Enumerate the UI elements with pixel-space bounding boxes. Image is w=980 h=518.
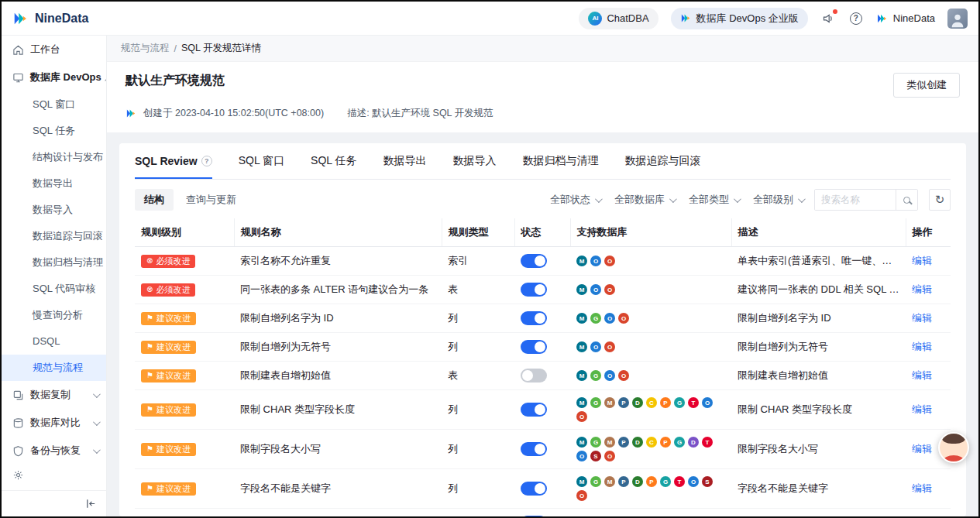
brand[interactable]: NineData <box>12 10 88 27</box>
dbs-cell: MOO <box>570 276 731 304</box>
filter-dropdown-全部状态[interactable]: 全部状态 <box>550 193 600 207</box>
sidebar-item-结构设计与发布[interactable]: 结构设计与发布 <box>2 144 106 170</box>
sidebar-item-partial[interactable] <box>2 465 106 481</box>
action-cell: 编辑 <box>906 304 951 333</box>
sidebar-item-SQL 窗口[interactable]: SQL 窗口 <box>2 91 106 118</box>
support-avatar-hair <box>942 432 965 444</box>
page-meta: 创建于 2023-04-10 15:02:50(UTC +08:00) 描述: … <box>126 107 960 120</box>
sidebar-item-规范与流程[interactable]: 规范与流程 <box>2 355 106 381</box>
sidebar-item-SQL 代码审核[interactable]: SQL 代码审核 <box>2 276 106 302</box>
sidebar-group-backup[interactable]: 备份与恢复 <box>2 437 106 465</box>
sidebar: 工作台 数据库 DevOps SQL 窗口SQL 任务结构设计与发布数据导出数据… <box>2 36 107 516</box>
type-cell: 表 <box>442 276 514 304</box>
type-cell: 索引 <box>442 247 514 276</box>
sidebar-group-compare[interactable]: 数据库对比 <box>2 409 106 437</box>
status-toggle[interactable] <box>521 442 547 456</box>
db-icon-mysql: M <box>576 437 587 448</box>
tab-数据追踪与回滚[interactable]: 数据追踪与回滚 <box>624 143 700 179</box>
tab-数据导入[interactable]: 数据导入 <box>452 143 496 179</box>
db-icon-greenplum: G <box>590 476 601 487</box>
type-cell: 列 <box>442 390 514 430</box>
filter-label: 全部状态 <box>550 193 590 207</box>
user-avatar[interactable] <box>947 9 968 29</box>
search-button[interactable] <box>896 190 917 210</box>
breadcrumb: 规范与流程 / SQL 开发规范详情 <box>107 36 978 62</box>
sidebar-group-replication[interactable]: 数据复制 <box>2 381 106 409</box>
desc-cell: 字段名不能是关键字 <box>731 469 906 509</box>
sidebar-item-数据追踪与回滚[interactable]: 数据追踪与回滚 <box>2 223 106 249</box>
support-avatar[interactable] <box>938 432 969 463</box>
tab-SQL 窗口[interactable]: SQL 窗口 <box>239 143 284 179</box>
suggest-icon: ⚑ <box>146 314 153 322</box>
db-icon-db2: D <box>632 437 643 448</box>
sidebar-item-慢查询分析[interactable]: 慢查询分析 <box>2 302 106 328</box>
status-toggle[interactable] <box>521 311 547 325</box>
suggest-icon: ⚑ <box>146 406 153 413</box>
status-cell <box>514 469 570 509</box>
sidebar-group-devops[interactable]: 数据库 DevOps <box>2 63 106 91</box>
breadcrumb-section[interactable]: 规范与流程 <box>121 42 170 55</box>
sidebar-item-DSQL[interactable]: DSQL <box>2 328 106 355</box>
tab-SQL Review[interactable]: SQL Review? <box>135 143 212 179</box>
edit-link[interactable]: 编辑 <box>912 255 932 266</box>
tab-数据归档与清理[interactable]: 数据归档与清理 <box>522 143 598 179</box>
tab-SQL 任务[interactable]: SQL 任务 <box>311 143 356 179</box>
edition-button[interactable]: 数据库 DevOps 企业版 <box>671 8 808 29</box>
db-icon-oceanbase: O <box>590 341 601 352</box>
sidebar-item-数据导出[interactable]: 数据导出 <box>2 170 106 197</box>
level-label: 建议改进 <box>156 485 191 493</box>
sidebar-item-SQL 任务[interactable]: SQL 任务 <box>2 118 106 144</box>
help-icon[interactable]: ? <box>848 11 864 26</box>
topbar-right: AI ChatDBA 数据库 DevOps 企业版 ? <box>579 8 968 29</box>
db-icon-gaussdb: G <box>674 437 685 448</box>
status-toggle[interactable] <box>521 482 547 496</box>
status-toggle[interactable] <box>521 516 547 516</box>
tab-label: SQL 窗口 <box>239 154 284 168</box>
status-toggle[interactable] <box>521 340 547 354</box>
filter-dropdown-全部类型[interactable]: 全部类型 <box>689 193 739 207</box>
suggest-icon: ⚑ <box>146 445 153 453</box>
status-toggle[interactable] <box>521 369 547 382</box>
desc-cell: 单表中索引(普通索引、唯一键、外键)名称... <box>731 247 906 276</box>
search-input[interactable] <box>815 190 896 210</box>
filter-dropdown-全部级别[interactable]: 全部级别 <box>753 193 803 207</box>
toolbar: 结构 查询与更新 全部状态全部数据库全部类型全部级别 ↻ <box>135 189 951 211</box>
edit-link[interactable]: 编辑 <box>912 482 932 494</box>
announcement-icon[interactable] <box>820 11 836 26</box>
tab-help-icon[interactable]: ? <box>201 156 212 166</box>
status-toggle[interactable] <box>521 403 547 417</box>
sidebar-group-label: 数据复制 <box>30 388 70 402</box>
edit-link[interactable]: 编辑 <box>912 369 932 381</box>
refresh-button[interactable]: ↻ <box>929 189 951 211</box>
page-title: 默认生产环境规范 <box>126 73 225 89</box>
filter-dropdown-全部数据库[interactable]: 全部数据库 <box>614 193 675 207</box>
table-row: ⚑建议改进限制建表自增初始值表MGOO限制建表自增初始值编辑 <box>135 362 951 390</box>
account-menu[interactable]: NineData <box>876 12 935 25</box>
edit-link[interactable]: 编辑 <box>912 403 932 415</box>
db-icon-oceanbase: O <box>590 284 601 295</box>
sidebar-item-数据导入[interactable]: 数据导入 <box>2 197 106 223</box>
notification-dot <box>833 9 837 14</box>
db-icon-oceanbase: O <box>590 256 601 266</box>
sidebar-item-workbench[interactable]: 工作台 <box>2 36 106 63</box>
status-toggle[interactable] <box>521 254 547 268</box>
edit-link[interactable]: 编辑 <box>912 312 932 324</box>
edit-link[interactable]: 编辑 <box>912 283 932 295</box>
name-cell: 限制字段名大小写 <box>234 430 442 469</box>
edit-link[interactable]: 编辑 <box>912 443 932 455</box>
create-similar-button[interactable]: 类似创建 <box>893 73 960 98</box>
status-cell <box>514 276 570 304</box>
table-row: ⚑建议改进限制自增列名字为 ID列MGOO限制自增列名字为 ID编辑 <box>135 304 951 333</box>
level-label: 建议改进 <box>156 445 191 454</box>
segment-structure[interactable]: 结构 <box>135 189 174 211</box>
name-cell: 限制自增列名字为 ID <box>234 304 442 333</box>
segment-query-update[interactable]: 查询与更新 <box>177 189 246 211</box>
tab-数据导出[interactable]: 数据导出 <box>383 143 426 179</box>
edit-link[interactable]: 编辑 <box>912 341 932 352</box>
status-cell <box>514 362 570 390</box>
sidebar-item-数据归档与清理[interactable]: 数据归档与清理 <box>2 249 106 276</box>
chatdba-button[interactable]: AI ChatDBA <box>579 8 658 29</box>
collapse-sidebar-icon[interactable] <box>85 498 97 509</box>
megaphone-icon <box>822 12 834 25</box>
status-toggle[interactable] <box>521 283 547 297</box>
